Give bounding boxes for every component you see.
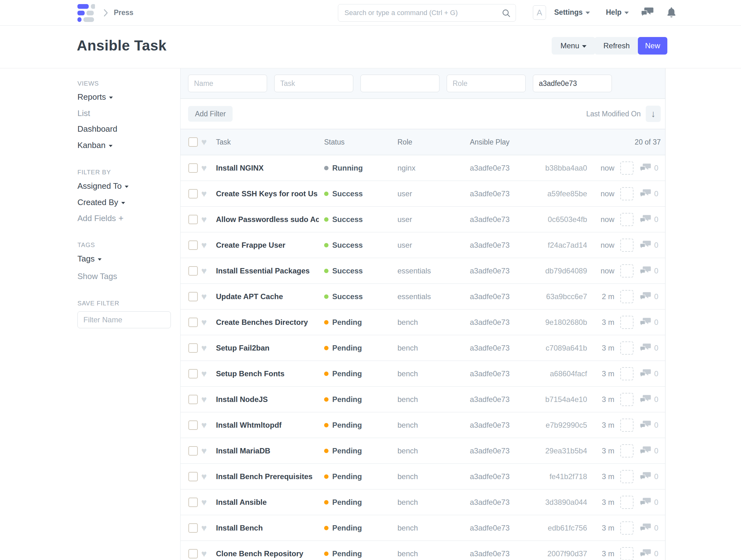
task-name-link[interactable]: Install Whtmltopdf bbox=[216, 421, 319, 430]
row-checkbox[interactable] bbox=[188, 318, 198, 327]
task-name-link[interactable]: Clone Bench Repository bbox=[216, 549, 319, 558]
app-logo-icon[interactable] bbox=[77, 4, 95, 22]
table-row[interactable]: ♥ Setup Fail2ban Pending bench a3adfe0e7… bbox=[181, 335, 665, 361]
row-checkbox[interactable] bbox=[188, 292, 198, 301]
filter-play-field[interactable] bbox=[533, 75, 612, 92]
heart-icon[interactable]: ♥ bbox=[201, 215, 207, 224]
assign-placeholder[interactable] bbox=[620, 213, 633, 226]
heart-icon[interactable]: ♥ bbox=[201, 189, 207, 198]
assign-placeholder[interactable] bbox=[620, 316, 633, 329]
table-row[interactable]: ♥ Create SSH Keys for root Us Success us… bbox=[181, 181, 665, 207]
heart-icon[interactable]: ♥ bbox=[201, 266, 207, 275]
row-checkbox[interactable] bbox=[188, 241, 198, 250]
task-name-link[interactable]: Setup Fail2ban bbox=[216, 344, 319, 353]
row-checkbox[interactable] bbox=[188, 421, 198, 430]
assign-placeholder[interactable] bbox=[620, 187, 633, 200]
assign-placeholder[interactable] bbox=[620, 470, 633, 483]
select-all-checkbox[interactable] bbox=[188, 137, 198, 147]
search-icon[interactable] bbox=[502, 9, 511, 17]
sidebar-item-reports[interactable]: Reports bbox=[77, 92, 113, 102]
assign-placeholder[interactable] bbox=[620, 521, 633, 535]
heart-icon[interactable]: ♥ bbox=[201, 498, 207, 507]
row-checkbox[interactable] bbox=[188, 369, 198, 378]
global-search[interactable] bbox=[338, 4, 516, 22]
notifications-bell-icon[interactable] bbox=[666, 7, 677, 19]
table-row[interactable]: ♥ Clone Bench Repository Pending bench a… bbox=[181, 541, 665, 560]
task-name-link[interactable]: Install Essential Packages bbox=[216, 266, 319, 275]
sidebar-item-created-by[interactable]: Created By bbox=[77, 197, 125, 207]
task-name-link[interactable]: Create Benches Directory bbox=[216, 318, 319, 327]
heart-icon[interactable]: ♥ bbox=[201, 421, 207, 430]
search-input[interactable] bbox=[344, 4, 498, 21]
table-row[interactable]: ♥ Install Whtmltopdf Pending bench a3adf… bbox=[181, 412, 665, 438]
heart-icon[interactable]: ♥ bbox=[201, 292, 207, 301]
sidebar-item-kanban[interactable]: Kanban bbox=[77, 140, 113, 150]
avatar[interactable]: A bbox=[533, 5, 546, 20]
task-name-link[interactable]: Install Ansible bbox=[216, 498, 319, 507]
table-row[interactable]: ♥ Create Frappe User Success user a3adfe… bbox=[181, 232, 665, 258]
task-name-link[interactable]: Install Bench Prerequisites bbox=[216, 472, 319, 481]
sidebar-item-list[interactable]: List bbox=[77, 109, 90, 118]
assign-placeholder[interactable] bbox=[620, 290, 633, 303]
assign-placeholder[interactable] bbox=[620, 341, 633, 355]
row-checkbox[interactable] bbox=[188, 163, 198, 173]
task-name-link[interactable]: Install Bench bbox=[216, 523, 319, 533]
table-row[interactable]: ♥ Create Benches Directory Pending bench… bbox=[181, 309, 665, 335]
table-row[interactable]: ♥ Install Bench Prerequisites Pending be… bbox=[181, 464, 665, 489]
assign-placeholder[interactable] bbox=[620, 367, 633, 380]
filter-name-input[interactable] bbox=[77, 311, 171, 328]
task-name-link[interactable]: Create SSH Keys for root Us bbox=[216, 189, 319, 198]
sidebar-item-assigned-to[interactable]: Assigned To bbox=[77, 181, 129, 191]
row-checkbox[interactable] bbox=[188, 395, 198, 404]
chat-icon[interactable] bbox=[641, 7, 654, 18]
task-name-link[interactable]: Install MariaDB bbox=[216, 446, 319, 455]
table-row[interactable]: ♥ Install Ansible Pending bench a3adfe0e… bbox=[181, 489, 665, 515]
assign-placeholder[interactable] bbox=[620, 419, 633, 432]
filter-name-field[interactable] bbox=[188, 75, 267, 92]
row-checkbox[interactable] bbox=[188, 498, 198, 507]
breadcrumb[interactable]: Press bbox=[114, 8, 134, 17]
row-checkbox[interactable] bbox=[188, 189, 198, 198]
heart-icon[interactable]: ♥ bbox=[201, 163, 207, 173]
task-name-link[interactable]: Create Frappe User bbox=[216, 241, 319, 250]
assign-placeholder[interactable] bbox=[620, 162, 633, 175]
row-checkbox[interactable] bbox=[188, 549, 198, 558]
heart-icon[interactable]: ♥ bbox=[201, 549, 207, 558]
table-row[interactable]: ♥ Allow Passwordless sudo Ac Success use… bbox=[181, 207, 665, 232]
add-filter-button[interactable]: Add Filter bbox=[188, 106, 232, 122]
heart-icon[interactable]: ♥ bbox=[201, 523, 207, 533]
task-name-link[interactable]: Install NodeJS bbox=[216, 395, 319, 404]
heart-icon[interactable]: ♥ bbox=[201, 369, 207, 378]
task-name-link[interactable]: Setup Bench Fonts bbox=[216, 369, 319, 378]
row-checkbox[interactable] bbox=[188, 266, 198, 275]
table-row[interactable]: ♥ Install Bench Pending bench a3adfe0e73… bbox=[181, 515, 665, 541]
help-menu[interactable]: Help bbox=[606, 8, 629, 17]
row-checkbox[interactable] bbox=[188, 523, 198, 533]
task-name-link[interactable]: Update APT Cache bbox=[216, 292, 319, 301]
table-row[interactable]: ♥ Install Essential Packages Success ess… bbox=[181, 258, 665, 284]
table-row[interactable]: ♥ Install NGINX Running nginx a3adfe0e73… bbox=[181, 155, 665, 181]
heart-icon[interactable]: ♥ bbox=[201, 395, 207, 404]
heart-icon[interactable]: ♥ bbox=[201, 137, 207, 147]
filter-status-field[interactable] bbox=[360, 75, 440, 92]
assign-placeholder[interactable] bbox=[620, 393, 633, 406]
row-checkbox[interactable] bbox=[188, 215, 198, 224]
row-checkbox[interactable] bbox=[188, 472, 198, 481]
task-name-link[interactable]: Allow Passwordless sudo Ac bbox=[216, 215, 319, 224]
settings-menu[interactable]: Settings bbox=[554, 8, 590, 17]
assign-placeholder[interactable] bbox=[620, 496, 633, 509]
heart-icon[interactable]: ♥ bbox=[201, 241, 207, 250]
heart-icon[interactable]: ♥ bbox=[201, 472, 207, 481]
assign-placeholder[interactable] bbox=[620, 547, 633, 560]
sidebar-item-add-fields[interactable]: Add Fields+ bbox=[77, 213, 124, 223]
task-name-link[interactable]: Install NGINX bbox=[216, 164, 319, 173]
sidebar-item-show-tags[interactable]: Show Tags bbox=[77, 271, 117, 281]
menu-button[interactable]: Menu bbox=[552, 37, 595, 55]
table-row[interactable]: ♥ Install NodeJS Pending bench a3adfe0e7… bbox=[181, 387, 665, 412]
assign-placeholder[interactable] bbox=[620, 444, 633, 457]
assign-placeholder[interactable] bbox=[620, 239, 633, 252]
heart-icon[interactable]: ♥ bbox=[201, 343, 207, 353]
refresh-button[interactable]: Refresh bbox=[595, 37, 638, 55]
filter-task-field[interactable] bbox=[274, 75, 353, 92]
heart-icon[interactable]: ♥ bbox=[201, 318, 207, 327]
